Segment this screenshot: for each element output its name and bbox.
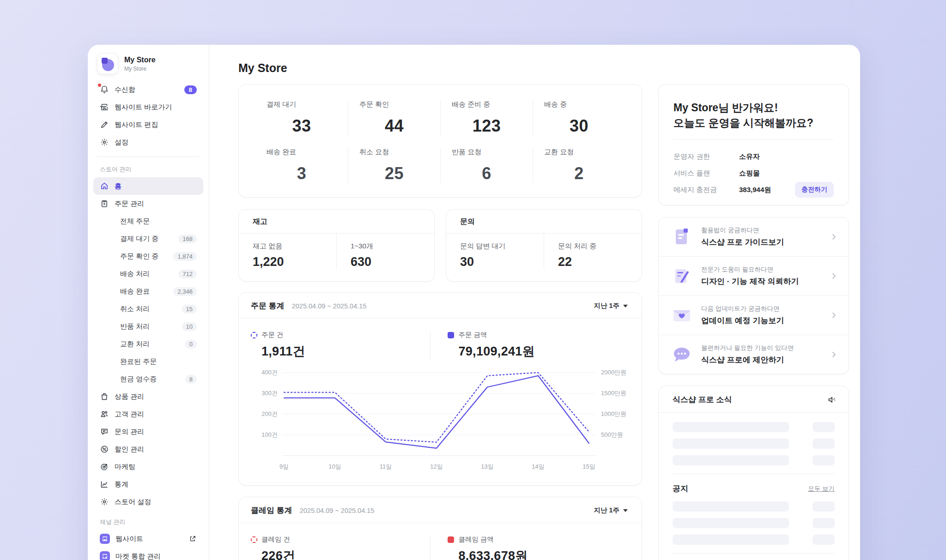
svg-text:1000만원: 1000만원 (601, 410, 626, 417)
chevron-down-icon (623, 305, 628, 307)
period-select[interactable]: 지난 1주 (594, 301, 628, 310)
dashed-swatch-icon (251, 536, 257, 543)
sidebar-subitem-cancel-process[interactable]: 취소 처리 15 (93, 300, 203, 318)
count-pill: 8 (185, 375, 197, 384)
sidebar-item-website-channel[interactable]: 웹사이트 (93, 530, 203, 548)
sidebar-subitem-shipping-process[interactable]: 배송 처리 712 (93, 265, 203, 283)
sidebar-item-label: 웹사이트 바로가기 (115, 103, 172, 112)
quick-link-suggest[interactable]: 불편하거나 필요한 기능이 있다면 식스샵 프로에 제안하기 (659, 335, 849, 374)
sidebar-subitem-shipping-complete[interactable]: 배송 완료 2,346 (93, 283, 203, 300)
stock-low[interactable]: 1~30개 630 (336, 234, 434, 269)
sidebar-item-label: 홈 (115, 182, 121, 191)
storefront-icon (100, 102, 109, 112)
quick-link-design-request[interactable]: 전문가 도움이 필요하다면 디자인 · 기능 제작 의뢰하기 (659, 256, 849, 295)
store-subtitle: My Store (124, 66, 156, 72)
stat-preparing-shipment[interactable]: 배송 준비 중 123 (440, 100, 533, 136)
count-pill: 10 (182, 322, 197, 331)
svg-text:2000만원: 2000만원 (601, 369, 626, 376)
sidebar-item-products[interactable]: 상품 관리 (93, 388, 203, 405)
svg-text:12일: 12일 (430, 463, 443, 470)
sidebar-subitem-payment-pending[interactable]: 결제 대기 중 168 (93, 230, 203, 247)
suggest-bubble-icon (670, 343, 694, 367)
info-row-plan: 서비스 플랜 쇼핑몰 (673, 165, 834, 181)
quick-link-upcoming-features[interactable]: 다음 업데이트가 궁금하다면 업데이트 예정 기능보기 (659, 295, 849, 335)
svg-text:500만원: 500만원 (601, 431, 623, 438)
stat-shipping[interactable]: 배송 중 30 (533, 100, 625, 136)
sidebar-subitem-all-orders[interactable]: 전체 주문 (93, 212, 203, 230)
notification-dot (98, 84, 101, 87)
sidebar-item-orders[interactable]: 주문 관리 (93, 195, 203, 212)
sidebar-item-label: 상품 관리 (115, 392, 144, 401)
stat-return-request[interactable]: 반품 요청 6 (440, 148, 533, 183)
stat-shipping-complete[interactable]: 배송 완료 3 (255, 148, 348, 183)
bell-icon (100, 85, 109, 94)
sidebar-item-label: 설정 (115, 138, 128, 147)
order-summary-card: 결제 대기 33 주문 확인 44 배송 준비 중 123 배송 중 (238, 84, 642, 198)
chevron-right-icon (829, 350, 838, 359)
inquiry-in-progress[interactable]: 문의 처리 중 22 (544, 234, 642, 269)
count-pill: 1,874 (173, 252, 197, 261)
sidebar-item-customers[interactable]: 고객 관리 (93, 405, 203, 423)
sidebar-item-inbox[interactable]: 수신함 8 (93, 81, 203, 98)
stock-card: 재고 재고 없음 1,220 1~30개 630 (238, 209, 435, 282)
notice-skeleton-row (673, 535, 835, 545)
claim-stats-title: 클레임 통계 (251, 505, 292, 516)
sidebar-item-label: 고객 관리 (115, 410, 144, 419)
sidebar-item-website-edit[interactable]: 웹사이트 편집 (93, 116, 203, 133)
sidebar-item-label: 웹사이트 편집 (115, 120, 158, 129)
sidebar-menu: 수신함 8 웹사이트 바로가기 웹사이트 편집 설정 (88, 81, 209, 151)
legend-claim-count: 클레임 건 226건 (251, 535, 430, 560)
sidebar-item-website-shortcut[interactable]: 웹사이트 바로가기 (93, 98, 203, 116)
svg-text:200건: 200건 (261, 410, 278, 417)
store-switcher[interactable]: My Store My Store (88, 53, 209, 81)
quick-link-guide[interactable]: 활용법이 궁금하다면 식스샵 프로 가이드보기 (659, 217, 849, 256)
sidebar-item-marketing[interactable]: 마케팅 (93, 458, 203, 476)
sidebar-subitem-exchange-process[interactable]: 교환 처리 0 (93, 335, 203, 353)
store-logo (97, 53, 118, 74)
inquiry-awaiting-reply[interactable]: 문의 답변 대기 30 (446, 234, 544, 269)
section-label-store: 스토어 관리 (88, 158, 209, 177)
svg-text:9일: 9일 (279, 463, 289, 470)
gear-icon (100, 138, 109, 147)
sidebar-item-discounts[interactable]: 할인 관리 (93, 440, 203, 458)
news-skeleton-row (673, 439, 835, 449)
store-name: My Store (124, 56, 156, 64)
charge-button[interactable]: 충전하기 (795, 182, 834, 198)
svg-text:15일: 15일 (582, 463, 595, 470)
chevron-right-icon (829, 232, 838, 241)
stat-exchange-request[interactable]: 교환 요청 2 (533, 148, 625, 183)
stock-out-of-stock[interactable]: 재고 없음 1,220 (239, 234, 336, 269)
stat-payment-pending[interactable]: 결제 대기 33 (255, 100, 348, 136)
pen-icon (100, 120, 109, 129)
sidebar-item-label: 주문 관리 (115, 199, 144, 208)
sidebar-item-inquiries[interactable]: 문의 관리 (93, 423, 203, 440)
sidebar-item-settings[interactable]: 설정 (93, 133, 203, 151)
website-channel-icon (100, 534, 110, 544)
order-stats-chart: 100건200건300건400건500만원1000만원1500만원2000만원9… (252, 364, 626, 475)
stat-cancel-request[interactable]: 취소 요청 25 (348, 148, 440, 183)
update-envelope-icon (670, 303, 694, 327)
divider (673, 139, 834, 140)
sidebar-item-label: 문의 관리 (115, 428, 144, 436)
order-stats-card: 주문 통계 2025.04.09 ~ 2025.04.15 지난 1주 주문 건 (238, 292, 642, 486)
sidebar-subitem-cash-receipt[interactable]: 현금 영수증 8 (93, 370, 203, 388)
view-all-link[interactable]: 모두 보기 (808, 485, 835, 493)
sidebar-item-home[interactable]: 홈 (93, 177, 203, 195)
chevron-right-icon (829, 311, 838, 320)
welcome-title: My Store님 반가워요! 오늘도 운영을 시작해볼까요? (673, 100, 834, 130)
users-icon (100, 409, 109, 419)
sidebar-item-analytics[interactable]: 통계 (93, 476, 203, 493)
stat-order-confirm[interactable]: 주문 확인 44 (348, 100, 440, 136)
sidebar-subitem-return-process[interactable]: 반품 처리 10 (93, 318, 203, 335)
period-select[interactable]: 지난 1주 (594, 506, 628, 515)
news-card: 식스샵 프로 소식 공지 모두 보기 (658, 385, 849, 560)
sidebar-item-market-integration[interactable]: 마켓 통합 관리 (93, 548, 203, 560)
sidebar-subitem-completed-orders[interactable]: 완료된 주문 (93, 353, 203, 370)
sidebar-item-store-settings[interactable]: 스토어 설정 (93, 493, 203, 511)
speaker-icon[interactable] (827, 395, 837, 404)
notice-skeleton-row (673, 501, 835, 512)
sidebar-subitem-order-confirming[interactable]: 주문 확인 중 1,874 (93, 247, 203, 265)
dashed-swatch-icon (251, 332, 257, 338)
market-integration-icon (100, 551, 110, 560)
main-content: My Store 결제 대기 33 주문 확인 44 (209, 45, 860, 560)
